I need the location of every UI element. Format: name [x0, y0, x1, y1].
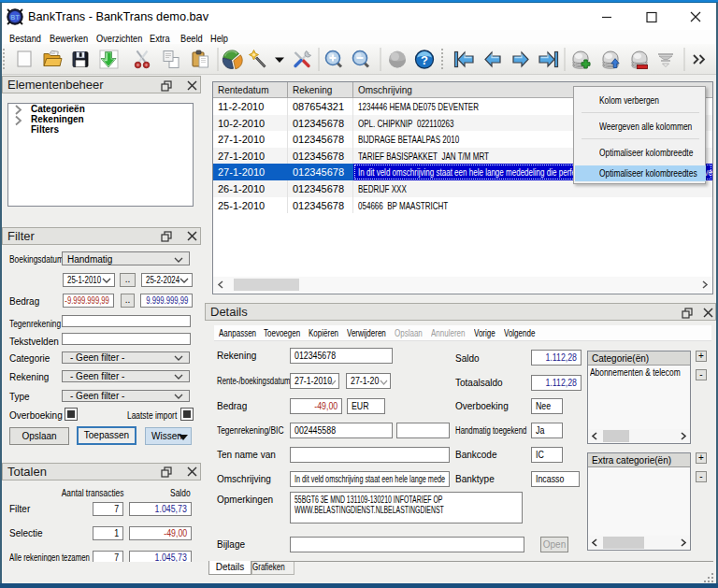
- svg-text:?: ?: [421, 53, 428, 67]
- svg-text:BT: BT: [10, 14, 20, 21]
